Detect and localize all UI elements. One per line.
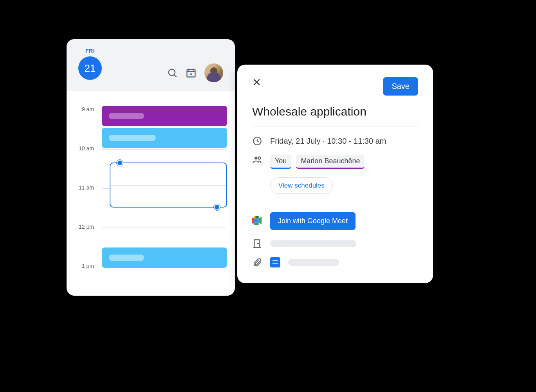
svg-point-6 bbox=[190, 73, 192, 75]
google-doc-icon[interactable] bbox=[270, 257, 280, 267]
drag-handle-start[interactable] bbox=[117, 160, 123, 166]
svg-rect-11 bbox=[254, 216, 256, 219]
room-row[interactable] bbox=[252, 238, 418, 249]
svg-line-1 bbox=[174, 75, 176, 77]
calendar-day-number: 21 bbox=[78, 56, 102, 80]
account-avatar[interactable] bbox=[204, 63, 223, 82]
hour-divider bbox=[102, 228, 227, 228]
hour-label: 9 am bbox=[67, 95, 102, 134]
search-icon[interactable] bbox=[167, 67, 178, 78]
calendar-event-blue[interactable] bbox=[102, 128, 227, 148]
svg-point-9 bbox=[258, 157, 260, 159]
event-title-placeholder bbox=[109, 255, 144, 261]
calendar-header: FRI 21 bbox=[67, 39, 235, 91]
calendar-actions bbox=[167, 63, 223, 82]
event-time-row[interactable]: Friday, 21 July · 10:30 - 11:30 am bbox=[252, 136, 418, 146]
new-event-drag-slot[interactable] bbox=[110, 163, 227, 208]
hour-divider bbox=[102, 149, 227, 150]
attachment-row[interactable] bbox=[252, 257, 418, 267]
google-meet-icon bbox=[252, 216, 262, 226]
svg-marker-15 bbox=[259, 217, 262, 224]
attendee-chip-you[interactable]: You bbox=[270, 155, 291, 169]
event-title-placeholder bbox=[109, 135, 156, 141]
view-schedules-button[interactable]: View schedules bbox=[270, 177, 333, 194]
calendar-event-purple[interactable] bbox=[102, 106, 227, 126]
google-meet-row: Join with Google Meet bbox=[252, 212, 418, 230]
event-detail-card: ✕ Save Wholesale application Friday, 21 … bbox=[237, 65, 433, 283]
calendar-grid[interactable]: 9 am 10 am 11 am 12 pm 1 pm bbox=[67, 91, 235, 296]
drag-handle-end[interactable] bbox=[214, 204, 220, 210]
event-attendees-row: You Marion Beauchêne bbox=[252, 155, 418, 169]
hour-divider bbox=[110, 185, 226, 186]
hour-label: 10 am bbox=[67, 134, 102, 173]
attendee-chip-guest[interactable]: Marion Beauchêne bbox=[296, 155, 365, 169]
calendar-day-indicator[interactable]: FRI 21 bbox=[78, 48, 102, 80]
people-icon bbox=[252, 155, 262, 165]
close-icon[interactable]: ✕ bbox=[252, 77, 261, 88]
svg-rect-12 bbox=[254, 222, 259, 225]
save-button[interactable]: Save bbox=[383, 77, 418, 96]
svg-rect-14 bbox=[255, 216, 258, 219]
svg-rect-13 bbox=[254, 218, 259, 222]
svg-point-18 bbox=[258, 243, 258, 244]
calendar-event-blue[interactable] bbox=[102, 247, 227, 268]
event-title-placeholder bbox=[109, 113, 144, 119]
attachment-icon bbox=[252, 257, 262, 267]
event-title[interactable]: Wholesale application bbox=[252, 105, 418, 126]
hour-label: 1 pm bbox=[67, 252, 102, 291]
hour-label: 12 pm bbox=[67, 213, 102, 251]
calendar-card: FRI 21 bbox=[67, 39, 235, 296]
event-datetime: Friday, 21 July · 10:30 - 11:30 am bbox=[270, 137, 386, 146]
svg-rect-2 bbox=[187, 70, 195, 77]
attachment-placeholder bbox=[288, 259, 339, 266]
clock-icon bbox=[252, 136, 262, 146]
section-divider bbox=[252, 202, 418, 202]
hour-label: 11 am bbox=[67, 173, 102, 212]
calendar-today-icon[interactable] bbox=[186, 67, 197, 78]
svg-point-0 bbox=[169, 69, 175, 76]
room-icon bbox=[252, 238, 262, 249]
join-google-meet-button[interactable]: Join with Google Meet bbox=[270, 212, 356, 230]
calendar-day-name: FRI bbox=[85, 48, 95, 54]
room-placeholder bbox=[270, 240, 356, 247]
svg-point-8 bbox=[254, 157, 258, 160]
